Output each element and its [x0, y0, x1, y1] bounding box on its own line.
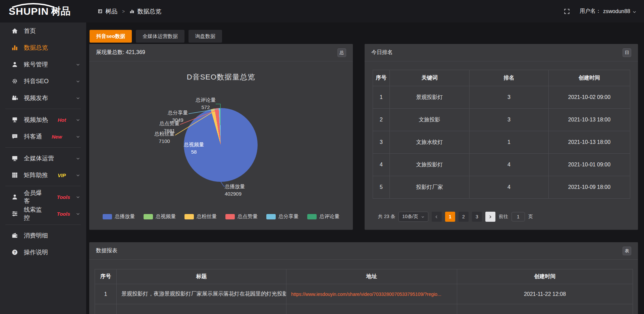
total-badge-button[interactable]: 总 — [337, 48, 346, 57]
sidebar: 首页 数据总览 账号管理 抖音SEO 视频发布 视频加热 Hot — [0, 22, 86, 314]
tab-inquiry-data[interactable]: 询盘数据 — [189, 30, 222, 43]
cell-seq: 3 — [373, 131, 390, 154]
page-button-3[interactable]: 3 — [472, 212, 482, 222]
vip-badge: VIP — [58, 172, 66, 178]
app: SHUPIN 树品 树品 > 数据总览 用户名：zswodun88 — [0, 0, 644, 314]
sidebar-item-member[interactable]: 会员爆客 Tools — [0, 189, 86, 205]
table-badge-button[interactable]: 表 — [623, 247, 631, 255]
report-link[interactable]: https://www.iesdouyin.com/share/video/70… — [286, 284, 457, 304]
legend-label: 总播放量 — [115, 213, 135, 220]
goto-label: 前往 — [499, 214, 508, 220]
ranking-card-header: 今日排名 日 — [365, 44, 638, 61]
legend-label: 总点赞量 — [237, 213, 258, 220]
hot-badge: Hot — [58, 117, 66, 123]
sidebar-item-account[interactable]: 账号管理 — [0, 56, 86, 73]
sidebar-item-douketong[interactable]: 抖客通 New — [0, 128, 86, 145]
table-row: 3 文旅水纹灯 1 2021-10-13 18:00 — [373, 131, 630, 154]
next-page-button[interactable] — [485, 212, 495, 222]
page-size-select[interactable]: 10条/页 — [398, 212, 428, 222]
prev-page-button[interactable] — [432, 212, 442, 222]
monitor-icon — [11, 155, 18, 162]
bar-chart-icon — [129, 9, 135, 14]
pagination: 共 23 条 10条/页 1 2 3 前往 1 页 — [378, 212, 533, 222]
tab-media-operation-data[interactable]: 全媒体运营数据 — [136, 30, 184, 43]
report-card: 数据报表 表 序号 标题 地址 创建时间 1 — [89, 242, 638, 314]
legend-swatch — [307, 214, 317, 219]
column-header-url: 地址 — [286, 269, 457, 284]
ranking-table: 序号 关键词 排名 创建时间 1 景观投影灯 3 2021-10-02 09:0… — [373, 70, 630, 199]
cell-seq: 5 — [373, 176, 390, 199]
user-label: 用户名： — [580, 8, 601, 15]
column-header-keyword: 关键词 — [390, 70, 470, 86]
legend-item[interactable]: 总分享量 — [266, 213, 299, 220]
column-header-title: 标题 — [117, 269, 286, 284]
breadcrumb-root[interactable]: 树品 — [105, 7, 117, 15]
chevron-down-icon — [632, 10, 637, 14]
legend-item[interactable]: 总播放量 — [103, 213, 135, 220]
main-content: 抖音seo数据 全媒体运营数据 询盘数据 展现量总数: 421,369 总 D音… — [86, 22, 644, 314]
sidebar-item-instructions[interactable]: ? 操作说明 — [0, 244, 86, 261]
chevron-down-icon — [76, 96, 80, 100]
home-icon — [11, 28, 18, 34]
ranking-card: 今日排名 日 序号 关键词 排名 创建时间 1 — [365, 44, 638, 230]
legend-item[interactable]: 总视频量 — [144, 213, 176, 220]
legend-swatch — [184, 214, 194, 219]
cell-time: 2021-10-13 18:00 — [549, 131, 630, 154]
sidebar-item-matrix-boost[interactable]: 矩阵助推 VIP — [0, 167, 86, 184]
legend-label: 总粉丝量 — [197, 213, 217, 220]
sidebar-item-douyin-seo[interactable]: 抖音SEO — [0, 73, 86, 90]
column-header-seq: 序号 — [95, 269, 117, 284]
sidebar-item-consumption[interactable]: 消费明细 — [0, 227, 86, 244]
svg-text:?: ? — [14, 250, 16, 254]
user-name: zswodun88 — [603, 8, 630, 14]
sidebar-item-video-heat[interactable]: 视频加热 Hot — [0, 111, 86, 128]
page-button-2[interactable]: 2 — [459, 212, 469, 222]
chevron-down-icon — [76, 118, 80, 122]
tools-badge: Tools — [57, 211, 70, 217]
chat-bubble-icon — [11, 133, 18, 140]
chevron-down-icon — [421, 215, 425, 219]
cell-rank: 4 — [470, 154, 549, 176]
breadcrumb: 树品 > 数据总览 — [98, 7, 161, 15]
fullscreen-icon[interactable] — [564, 8, 570, 15]
sidebar-item-video-publish[interactable]: 视频发布 — [0, 90, 86, 106]
legend-item[interactable]: 总点赞量 — [225, 213, 258, 220]
chevron-down-icon — [76, 135, 80, 139]
logo: SHUPIN 树品 — [0, 5, 86, 18]
pie-legend: 总播放量 总视频量 总粉丝量 总点赞量 — [89, 213, 353, 220]
sidebar-item-data-overview[interactable]: 数据总览 — [0, 39, 86, 56]
cell-time: 2021-10-01 09:00 — [549, 154, 630, 176]
cell-seq: 1 — [95, 284, 117, 304]
legend-swatch — [266, 214, 276, 219]
sidebar-item-media-operation[interactable]: 全媒体运营 — [0, 150, 86, 167]
pagination-total: 共 23 条 — [378, 214, 395, 220]
user-icon — [11, 194, 18, 200]
sidebar-item-home[interactable]: 首页 — [0, 22, 86, 39]
grid-icon — [11, 172, 18, 178]
cell-time: 2021-10-02 09:00 — [549, 86, 630, 109]
day-badge-button[interactable]: 日 — [623, 48, 631, 57]
sidebar-divider — [5, 186, 81, 186]
user-menu[interactable]: 用户名：zswodun88 — [580, 8, 637, 15]
cell-keyword: 文旅投影灯 — [390, 154, 470, 176]
cell-keyword: 文旅水纹灯 — [390, 131, 470, 154]
pie-label-videos: 总视频量 58 — [182, 141, 206, 156]
sliders-icon — [11, 210, 18, 217]
cell-title: 景观投影灯，夜游景观投影灯厂家展示展示落花灯在花园里的灯光投影应用效果 # — [117, 284, 286, 304]
goto-page-input[interactable]: 1 — [512, 212, 525, 221]
chevron-down-icon — [76, 62, 80, 67]
column-header-time: 创建时间 — [549, 70, 630, 86]
chevron-down-icon — [76, 212, 80, 216]
goto-unit: 页 — [528, 214, 533, 220]
question-circle-icon: ? — [11, 249, 18, 256]
sidebar-item-clue-monitor[interactable]: 线索监控 Tools — [0, 205, 86, 222]
cell-time: 2021-11-22 12:08 — [457, 284, 633, 304]
page-button-1[interactable]: 1 — [445, 212, 455, 222]
legend-item[interactable]: 总评论量 — [307, 213, 339, 220]
tab-douyin-seo-data[interactable]: 抖音seo数据 — [90, 30, 132, 43]
legend-label: 总评论量 — [319, 213, 339, 220]
column-header-seq: 序号 — [373, 70, 390, 86]
legend-item[interactable]: 总粉丝量 — [184, 213, 217, 220]
panel-icon — [98, 9, 103, 14]
report-table: 序号 标题 地址 创建时间 1 景观投影灯，夜游景观投影灯厂家展示展示落花灯在花… — [95, 269, 633, 314]
